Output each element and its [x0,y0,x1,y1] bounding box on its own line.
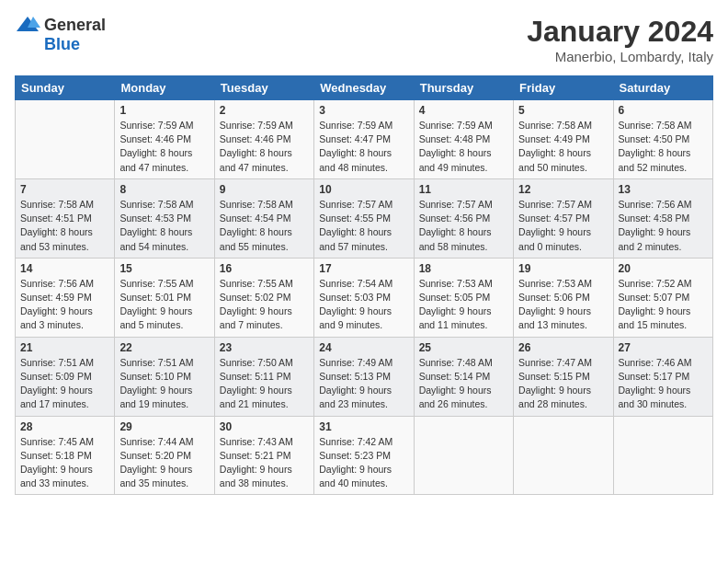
page-header: General Blue January 2024 Manerbio, Lomb… [15,15,713,64]
cell-info: Sunrise: 7:58 AMSunset: 4:54 PMDaylight:… [220,198,309,254]
day-number: 13 [619,183,708,196]
calendar-cell: 25Sunrise: 7:48 AMSunset: 5:14 PMDayligh… [414,337,513,416]
header-day-wednesday: Wednesday [314,76,414,100]
day-number: 16 [220,262,309,275]
calendar-cell: 5Sunrise: 7:58 AMSunset: 4:49 PMDaylight… [514,100,613,179]
calendar-table: SundayMondayTuesdayWednesdayThursdayFrid… [15,75,713,495]
week-row-5: 28Sunrise: 7:45 AMSunset: 5:18 PMDayligh… [16,416,713,495]
calendar-cell: 26Sunrise: 7:47 AMSunset: 5:15 PMDayligh… [514,337,613,416]
logo-icon [15,15,40,35]
calendar-title: January 2024 [527,15,713,49]
calendar-cell: 3Sunrise: 7:59 AMSunset: 4:47 PMDaylight… [314,100,414,179]
calendar-cell: 23Sunrise: 7:50 AMSunset: 5:11 PMDayligh… [214,337,313,416]
header-day-tuesday: Tuesday [214,76,313,100]
title-block: January 2024 Manerbio, Lombardy, Italy [527,15,713,64]
header-day-thursday: Thursday [414,76,513,100]
day-number: 17 [319,262,408,275]
calendar-cell: 13Sunrise: 7:56 AMSunset: 4:58 PMDayligh… [613,178,712,258]
day-number: 23 [220,341,309,354]
day-number: 25 [419,341,508,354]
cell-info: Sunrise: 7:42 AMSunset: 5:23 PMDaylight:… [319,435,408,491]
calendar-cell: 11Sunrise: 7:57 AMSunset: 4:56 PMDayligh… [414,178,513,258]
day-number: 15 [119,262,209,275]
header-day-saturday: Saturday [613,76,712,100]
cell-info: Sunrise: 7:48 AMSunset: 5:14 PMDaylight:… [419,356,508,412]
cell-info: Sunrise: 7:57 AMSunset: 4:55 PMDaylight:… [319,198,408,254]
calendar-cell: 16Sunrise: 7:55 AMSunset: 5:02 PMDayligh… [214,258,313,337]
logo-general: General [44,16,106,35]
day-number: 31 [319,420,408,433]
calendar-cell: 28Sunrise: 7:45 AMSunset: 5:18 PMDayligh… [16,416,115,495]
calendar-cell: 7Sunrise: 7:58 AMSunset: 4:51 PMDaylight… [16,178,115,258]
logo-blue: Blue [44,35,80,54]
calendar-cell: 17Sunrise: 7:54 AMSunset: 5:03 PMDayligh… [314,258,414,337]
calendar-cell: 30Sunrise: 7:43 AMSunset: 5:21 PMDayligh… [214,416,313,495]
calendar-cell: 18Sunrise: 7:53 AMSunset: 5:05 PMDayligh… [414,258,513,337]
cell-info: Sunrise: 7:58 AMSunset: 4:53 PMDaylight:… [119,198,209,254]
day-number: 18 [419,262,508,275]
day-number: 19 [518,262,608,275]
day-number: 27 [619,341,708,354]
cell-info: Sunrise: 7:58 AMSunset: 4:50 PMDaylight:… [619,119,708,175]
cell-info: Sunrise: 7:47 AMSunset: 5:15 PMDaylight:… [518,356,608,412]
day-number: 11 [419,183,508,196]
calendar-cell: 29Sunrise: 7:44 AMSunset: 5:20 PMDayligh… [115,416,214,495]
cell-info: Sunrise: 7:46 AMSunset: 5:17 PMDaylight:… [619,356,708,412]
calendar-body: 1Sunrise: 7:59 AMSunset: 4:46 PMDaylight… [16,100,713,495]
day-number: 8 [119,183,209,196]
calendar-cell: 1Sunrise: 7:59 AMSunset: 4:46 PMDaylight… [115,100,214,179]
calendar-cell: 24Sunrise: 7:49 AMSunset: 5:13 PMDayligh… [314,337,414,416]
day-number: 7 [20,183,109,196]
day-number: 20 [619,262,708,275]
cell-info: Sunrise: 7:43 AMSunset: 5:21 PMDaylight:… [220,435,309,491]
calendar-cell [613,416,712,495]
calendar-subtitle: Manerbio, Lombardy, Italy [527,49,713,64]
calendar-cell [514,416,613,495]
day-number: 21 [20,341,109,354]
cell-info: Sunrise: 7:57 AMSunset: 4:57 PMDaylight:… [518,198,608,254]
cell-info: Sunrise: 7:52 AMSunset: 5:07 PMDaylight:… [619,277,708,333]
calendar-cell [414,416,513,495]
day-number: 14 [20,262,109,275]
day-number: 3 [319,104,408,117]
calendar-cell: 22Sunrise: 7:51 AMSunset: 5:10 PMDayligh… [115,337,214,416]
calendar-cell [16,100,115,179]
cell-info: Sunrise: 7:59 AMSunset: 4:46 PMDaylight:… [119,119,209,175]
calendar-cell: 12Sunrise: 7:57 AMSunset: 4:57 PMDayligh… [514,178,613,258]
day-number: 9 [220,183,309,196]
day-number: 6 [619,104,708,117]
calendar-cell: 31Sunrise: 7:42 AMSunset: 5:23 PMDayligh… [314,416,414,495]
calendar-cell: 2Sunrise: 7:59 AMSunset: 4:46 PMDaylight… [214,100,313,179]
calendar-cell: 8Sunrise: 7:58 AMSunset: 4:53 PMDaylight… [115,178,214,258]
day-number: 26 [518,341,608,354]
header-day-sunday: Sunday [16,76,115,100]
day-number: 1 [119,104,209,117]
day-number: 29 [119,420,209,433]
cell-info: Sunrise: 7:45 AMSunset: 5:18 PMDaylight:… [20,435,109,491]
day-number: 4 [419,104,508,117]
day-number: 28 [20,420,109,433]
day-number: 2 [220,104,309,117]
day-number: 5 [518,104,608,117]
day-number: 12 [518,183,608,196]
cell-info: Sunrise: 7:59 AMSunset: 4:46 PMDaylight:… [220,119,309,175]
logo: General Blue [15,15,106,54]
calendar-cell: 14Sunrise: 7:56 AMSunset: 4:59 PMDayligh… [16,258,115,337]
day-number: 30 [220,420,309,433]
week-row-4: 21Sunrise: 7:51 AMSunset: 5:09 PMDayligh… [16,337,713,416]
cell-info: Sunrise: 7:57 AMSunset: 4:56 PMDaylight:… [419,198,508,254]
cell-info: Sunrise: 7:58 AMSunset: 4:51 PMDaylight:… [20,198,109,254]
calendar-cell: 15Sunrise: 7:55 AMSunset: 5:01 PMDayligh… [115,258,214,337]
calendar-cell: 9Sunrise: 7:58 AMSunset: 4:54 PMDaylight… [214,178,313,258]
cell-info: Sunrise: 7:51 AMSunset: 5:09 PMDaylight:… [20,356,109,412]
cell-info: Sunrise: 7:49 AMSunset: 5:13 PMDaylight:… [319,356,408,412]
day-number: 10 [319,183,408,196]
calendar-header: SundayMondayTuesdayWednesdayThursdayFrid… [16,76,713,100]
day-number: 22 [119,341,209,354]
calendar-cell: 21Sunrise: 7:51 AMSunset: 5:09 PMDayligh… [16,337,115,416]
cell-info: Sunrise: 7:55 AMSunset: 5:01 PMDaylight:… [119,277,209,333]
cell-info: Sunrise: 7:51 AMSunset: 5:10 PMDaylight:… [119,356,209,412]
cell-info: Sunrise: 7:44 AMSunset: 5:20 PMDaylight:… [119,435,209,491]
header-day-monday: Monday [115,76,214,100]
cell-info: Sunrise: 7:59 AMSunset: 4:48 PMDaylight:… [419,119,508,175]
